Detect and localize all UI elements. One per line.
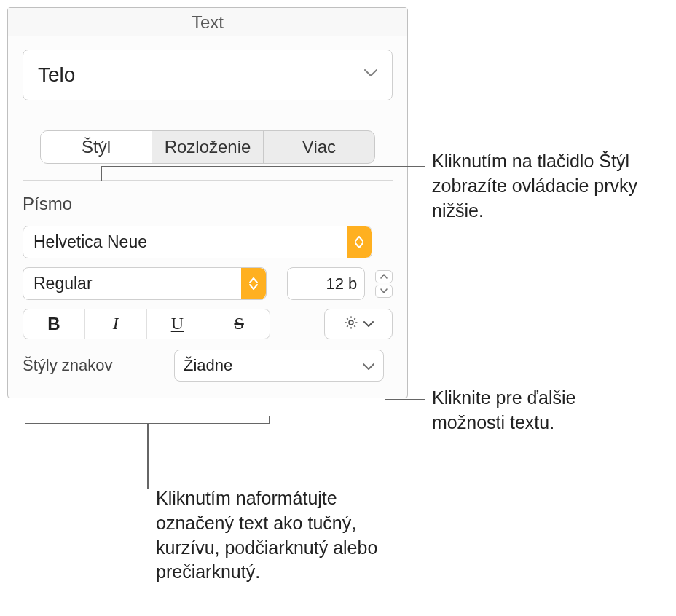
chevron-down-icon bbox=[363, 356, 374, 375]
tab-layout[interactable]: Rozloženie bbox=[152, 131, 264, 163]
chevron-down-icon bbox=[363, 317, 374, 331]
italic-button[interactable]: I bbox=[85, 309, 147, 339]
tab-style[interactable]: Štýl bbox=[41, 131, 152, 163]
font-family-value: Helvetica Neue bbox=[23, 226, 347, 258]
callout-leader bbox=[147, 424, 149, 489]
callout-leader bbox=[101, 166, 425, 167]
font-weight-select[interactable]: Regular bbox=[23, 267, 267, 300]
paragraph-style-value: Telo bbox=[38, 63, 75, 87]
callout-bius: Kliknutím naformátujte označený text ako… bbox=[156, 486, 404, 585]
advanced-text-options-button[interactable] bbox=[324, 309, 393, 339]
divider bbox=[23, 117, 393, 117]
font-section-label: Písmo bbox=[23, 194, 393, 214]
font-size-down[interactable] bbox=[375, 285, 393, 298]
gear-icon bbox=[343, 315, 359, 333]
tab-more[interactable]: Viac bbox=[264, 131, 374, 163]
character-styles-label: Štýly znakov bbox=[23, 356, 154, 375]
updown-icon bbox=[347, 226, 372, 258]
callout-leader bbox=[101, 166, 102, 181]
underline-button[interactable]: U bbox=[147, 309, 209, 339]
text-inspector-panel: Text Telo Štýl Rozloženie Viac Písmo Hel… bbox=[7, 7, 408, 398]
font-family-select[interactable]: Helvetica Neue bbox=[23, 226, 372, 258]
paragraph-style-select[interactable]: Telo bbox=[23, 50, 393, 100]
callout-bracket bbox=[25, 416, 270, 424]
font-size-input[interactable]: 12 b bbox=[287, 267, 365, 300]
font-weight-value: Regular bbox=[23, 268, 241, 299]
font-size-stepper bbox=[375, 267, 393, 300]
bius-group: B I U S bbox=[23, 309, 270, 339]
callout-tabs: Kliknutím na tlačidlo Štýl zobrazíte ovl… bbox=[432, 149, 676, 223]
updown-icon bbox=[241, 268, 266, 299]
panel-title: Text bbox=[8, 8, 407, 36]
callout-gear: Kliknite pre ďalšie možnosti textu. bbox=[432, 386, 651, 435]
svg-point-0 bbox=[349, 320, 353, 325]
strikethrough-button[interactable]: S bbox=[208, 309, 270, 339]
text-tabs: Štýl Rozloženie Viac bbox=[40, 130, 375, 164]
chevron-down-icon bbox=[364, 68, 377, 82]
font-size-up[interactable] bbox=[375, 270, 393, 283]
bold-button[interactable]: B bbox=[23, 309, 85, 339]
character-style-select[interactable]: Žiadne bbox=[174, 350, 384, 382]
divider bbox=[23, 180, 393, 181]
character-style-value: Žiadne bbox=[184, 356, 232, 375]
font-size-value: 12 b bbox=[326, 275, 357, 293]
panel-body: Telo Štýl Rozloženie Viac Písmo Helvetic… bbox=[8, 36, 407, 398]
callout-leader bbox=[385, 399, 425, 400]
